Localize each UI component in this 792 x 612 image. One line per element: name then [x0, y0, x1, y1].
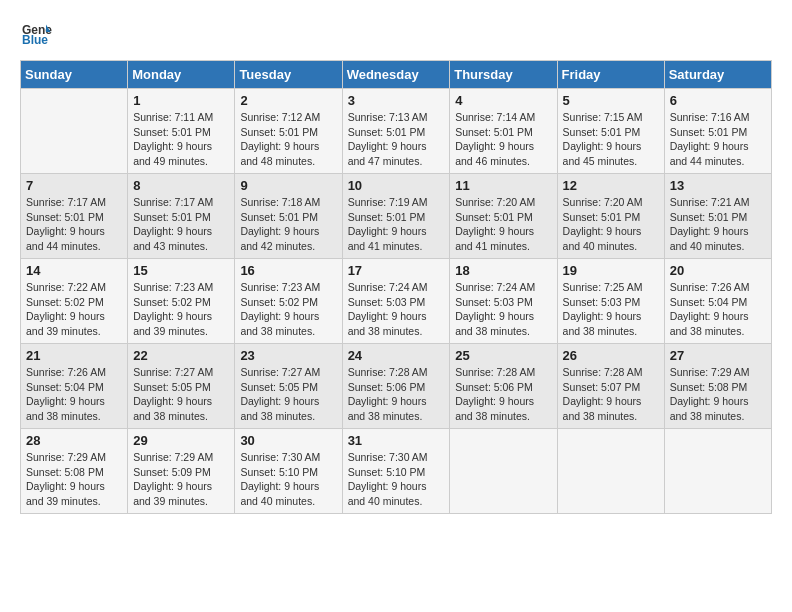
calendar-cell: 15Sunrise: 7:23 AMSunset: 5:02 PMDayligh…: [128, 259, 235, 344]
calendar-cell: 1Sunrise: 7:11 AMSunset: 5:01 PMDaylight…: [128, 89, 235, 174]
day-info: Sunrise: 7:23 AMSunset: 5:02 PMDaylight:…: [133, 280, 229, 339]
day-info: Sunrise: 7:21 AMSunset: 5:01 PMDaylight:…: [670, 195, 766, 254]
svg-text:Blue: Blue: [22, 33, 48, 47]
day-number: 23: [240, 348, 336, 363]
calendar-cell: 3Sunrise: 7:13 AMSunset: 5:01 PMDaylight…: [342, 89, 450, 174]
day-number: 19: [563, 263, 659, 278]
column-header-friday: Friday: [557, 61, 664, 89]
day-info: Sunrise: 7:28 AMSunset: 5:06 PMDaylight:…: [348, 365, 445, 424]
calendar-cell: 21Sunrise: 7:26 AMSunset: 5:04 PMDayligh…: [21, 344, 128, 429]
calendar-cell: 5Sunrise: 7:15 AMSunset: 5:01 PMDaylight…: [557, 89, 664, 174]
week-row-1: 1Sunrise: 7:11 AMSunset: 5:01 PMDaylight…: [21, 89, 772, 174]
day-number: 28: [26, 433, 122, 448]
day-info: Sunrise: 7:24 AMSunset: 5:03 PMDaylight:…: [348, 280, 445, 339]
day-number: 27: [670, 348, 766, 363]
day-number: 8: [133, 178, 229, 193]
day-info: Sunrise: 7:17 AMSunset: 5:01 PMDaylight:…: [133, 195, 229, 254]
day-info: Sunrise: 7:19 AMSunset: 5:01 PMDaylight:…: [348, 195, 445, 254]
calendar-cell: 9Sunrise: 7:18 AMSunset: 5:01 PMDaylight…: [235, 174, 342, 259]
calendar-header-row: SundayMondayTuesdayWednesdayThursdayFrid…: [21, 61, 772, 89]
calendar-cell: [664, 429, 771, 514]
calendar-cell: 18Sunrise: 7:24 AMSunset: 5:03 PMDayligh…: [450, 259, 557, 344]
column-header-saturday: Saturday: [664, 61, 771, 89]
day-info: Sunrise: 7:13 AMSunset: 5:01 PMDaylight:…: [348, 110, 445, 169]
day-info: Sunrise: 7:30 AMSunset: 5:10 PMDaylight:…: [348, 450, 445, 509]
day-info: Sunrise: 7:25 AMSunset: 5:03 PMDaylight:…: [563, 280, 659, 339]
day-number: 31: [348, 433, 445, 448]
calendar-cell: [557, 429, 664, 514]
calendar-cell: 24Sunrise: 7:28 AMSunset: 5:06 PMDayligh…: [342, 344, 450, 429]
day-number: 20: [670, 263, 766, 278]
day-number: 4: [455, 93, 551, 108]
calendar-cell: 28Sunrise: 7:29 AMSunset: 5:08 PMDayligh…: [21, 429, 128, 514]
calendar-cell: 22Sunrise: 7:27 AMSunset: 5:05 PMDayligh…: [128, 344, 235, 429]
day-info: Sunrise: 7:29 AMSunset: 5:09 PMDaylight:…: [133, 450, 229, 509]
column-header-thursday: Thursday: [450, 61, 557, 89]
calendar-cell: 29Sunrise: 7:29 AMSunset: 5:09 PMDayligh…: [128, 429, 235, 514]
day-info: Sunrise: 7:12 AMSunset: 5:01 PMDaylight:…: [240, 110, 336, 169]
calendar-cell: 17Sunrise: 7:24 AMSunset: 5:03 PMDayligh…: [342, 259, 450, 344]
day-number: 16: [240, 263, 336, 278]
day-number: 18: [455, 263, 551, 278]
day-info: Sunrise: 7:20 AMSunset: 5:01 PMDaylight:…: [563, 195, 659, 254]
day-number: 1: [133, 93, 229, 108]
week-row-4: 21Sunrise: 7:26 AMSunset: 5:04 PMDayligh…: [21, 344, 772, 429]
day-number: 6: [670, 93, 766, 108]
calendar-cell: 16Sunrise: 7:23 AMSunset: 5:02 PMDayligh…: [235, 259, 342, 344]
day-info: Sunrise: 7:24 AMSunset: 5:03 PMDaylight:…: [455, 280, 551, 339]
day-number: 2: [240, 93, 336, 108]
day-info: Sunrise: 7:18 AMSunset: 5:01 PMDaylight:…: [240, 195, 336, 254]
day-info: Sunrise: 7:27 AMSunset: 5:05 PMDaylight:…: [240, 365, 336, 424]
day-info: Sunrise: 7:16 AMSunset: 5:01 PMDaylight:…: [670, 110, 766, 169]
calendar-cell: 11Sunrise: 7:20 AMSunset: 5:01 PMDayligh…: [450, 174, 557, 259]
column-header-tuesday: Tuesday: [235, 61, 342, 89]
day-number: 3: [348, 93, 445, 108]
calendar-cell: 13Sunrise: 7:21 AMSunset: 5:01 PMDayligh…: [664, 174, 771, 259]
day-number: 17: [348, 263, 445, 278]
day-info: Sunrise: 7:30 AMSunset: 5:10 PMDaylight:…: [240, 450, 336, 509]
calendar-cell: 12Sunrise: 7:20 AMSunset: 5:01 PMDayligh…: [557, 174, 664, 259]
day-number: 30: [240, 433, 336, 448]
day-number: 14: [26, 263, 122, 278]
day-info: Sunrise: 7:29 AMSunset: 5:08 PMDaylight:…: [26, 450, 122, 509]
calendar-cell: 26Sunrise: 7:28 AMSunset: 5:07 PMDayligh…: [557, 344, 664, 429]
day-number: 10: [348, 178, 445, 193]
day-number: 25: [455, 348, 551, 363]
day-info: Sunrise: 7:26 AMSunset: 5:04 PMDaylight:…: [670, 280, 766, 339]
calendar-cell: 27Sunrise: 7:29 AMSunset: 5:08 PMDayligh…: [664, 344, 771, 429]
day-number: 11: [455, 178, 551, 193]
calendar-cell: [21, 89, 128, 174]
day-number: 13: [670, 178, 766, 193]
calendar-cell: 25Sunrise: 7:28 AMSunset: 5:06 PMDayligh…: [450, 344, 557, 429]
calendar-cell: 31Sunrise: 7:30 AMSunset: 5:10 PMDayligh…: [342, 429, 450, 514]
column-header-monday: Monday: [128, 61, 235, 89]
day-number: 26: [563, 348, 659, 363]
day-info: Sunrise: 7:29 AMSunset: 5:08 PMDaylight:…: [670, 365, 766, 424]
day-number: 15: [133, 263, 229, 278]
day-info: Sunrise: 7:28 AMSunset: 5:07 PMDaylight:…: [563, 365, 659, 424]
day-number: 5: [563, 93, 659, 108]
day-info: Sunrise: 7:26 AMSunset: 5:04 PMDaylight:…: [26, 365, 122, 424]
week-row-3: 14Sunrise: 7:22 AMSunset: 5:02 PMDayligh…: [21, 259, 772, 344]
day-info: Sunrise: 7:17 AMSunset: 5:01 PMDaylight:…: [26, 195, 122, 254]
day-info: Sunrise: 7:23 AMSunset: 5:02 PMDaylight:…: [240, 280, 336, 339]
week-row-2: 7Sunrise: 7:17 AMSunset: 5:01 PMDaylight…: [21, 174, 772, 259]
calendar-cell: 4Sunrise: 7:14 AMSunset: 5:01 PMDaylight…: [450, 89, 557, 174]
day-info: Sunrise: 7:11 AMSunset: 5:01 PMDaylight:…: [133, 110, 229, 169]
day-info: Sunrise: 7:22 AMSunset: 5:02 PMDaylight:…: [26, 280, 122, 339]
day-info: Sunrise: 7:27 AMSunset: 5:05 PMDaylight:…: [133, 365, 229, 424]
calendar-cell: 19Sunrise: 7:25 AMSunset: 5:03 PMDayligh…: [557, 259, 664, 344]
day-number: 12: [563, 178, 659, 193]
day-number: 7: [26, 178, 122, 193]
calendar-cell: 20Sunrise: 7:26 AMSunset: 5:04 PMDayligh…: [664, 259, 771, 344]
day-info: Sunrise: 7:14 AMSunset: 5:01 PMDaylight:…: [455, 110, 551, 169]
calendar-cell: 14Sunrise: 7:22 AMSunset: 5:02 PMDayligh…: [21, 259, 128, 344]
calendar-body: 1Sunrise: 7:11 AMSunset: 5:01 PMDaylight…: [21, 89, 772, 514]
day-info: Sunrise: 7:15 AMSunset: 5:01 PMDaylight:…: [563, 110, 659, 169]
day-number: 24: [348, 348, 445, 363]
day-number: 9: [240, 178, 336, 193]
calendar-cell: 23Sunrise: 7:27 AMSunset: 5:05 PMDayligh…: [235, 344, 342, 429]
calendar-cell: [450, 429, 557, 514]
calendar-cell: 8Sunrise: 7:17 AMSunset: 5:01 PMDaylight…: [128, 174, 235, 259]
week-row-5: 28Sunrise: 7:29 AMSunset: 5:08 PMDayligh…: [21, 429, 772, 514]
